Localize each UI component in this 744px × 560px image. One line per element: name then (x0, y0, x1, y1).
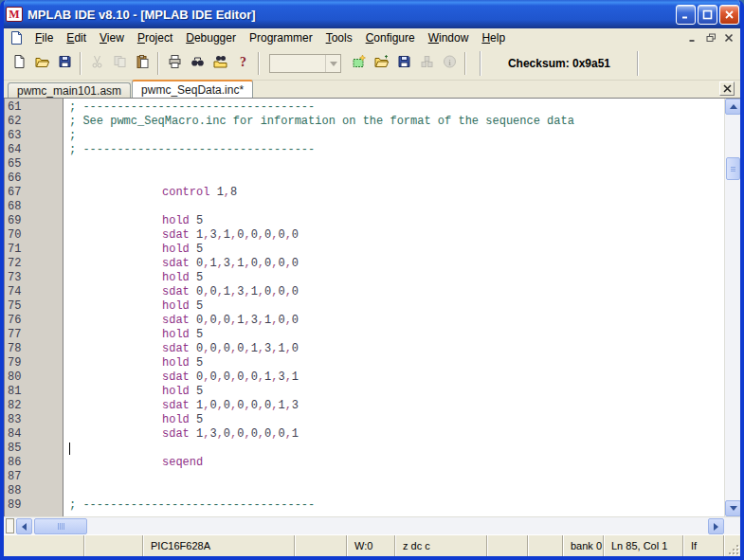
document-icon (9, 31, 23, 45)
menu-item-configure[interactable]: Configure (359, 29, 422, 47)
line-number: 73 (5, 271, 64, 285)
editor-line[interactable]: 62; See pwmc_SeqMacro.inc for informatio… (5, 115, 740, 129)
tab-close-button[interactable] (719, 81, 735, 96)
menu-item-debugger[interactable]: Debugger (179, 29, 243, 47)
titlebar[interactable]: M MPLAB IDE v8.10 - [MPLAB IDE Editor] (0, 0, 744, 28)
editor-line[interactable]: 71hold 5 (5, 243, 740, 257)
editor-line[interactable]: 78sdat 0,0,0,0,1,3,1,0 (5, 342, 740, 356)
line-number: 70 (5, 228, 64, 243)
menu-item-tools[interactable]: Tools (319, 29, 359, 47)
scroll-left-button[interactable] (16, 518, 32, 534)
build-icon (419, 54, 435, 73)
editor-line[interactable]: 77hold 5 (5, 328, 740, 342)
line-text: hold 5 (64, 385, 203, 399)
menu-item-file[interactable]: File (28, 29, 60, 47)
editor-line[interactable]: 70sdat 1,3,1,0,0,0,0,0 (5, 228, 740, 243)
line-number: 84 (5, 427, 64, 442)
print-icon (167, 54, 183, 73)
tab-pwmc-main101-asm[interactable]: pwmc_main101.asm (8, 82, 131, 98)
combobox-arrow (325, 55, 340, 72)
mdi-minimize-button[interactable] (684, 31, 701, 45)
mdi-close-button[interactable] (720, 31, 737, 45)
line-number: 72 (5, 257, 64, 271)
line-text: hold 5 (64, 214, 203, 228)
menu-item-view[interactable]: View (93, 29, 131, 47)
line-text: control 1,8 (64, 186, 237, 200)
maximize-button[interactable] (698, 5, 717, 25)
scroll-right-button[interactable] (708, 518, 724, 534)
print-button[interactable] (163, 52, 186, 75)
editor-line[interactable]: 63; (5, 129, 740, 143)
line-text: sdat 1,0,0,0,0,0,1,3 (64, 399, 299, 413)
paste-button[interactable] (131, 52, 154, 75)
line-number: 83 (5, 413, 64, 427)
tab-pwmc-seqdata-inc[interactable]: pwmc_SeqData.inc* (132, 80, 253, 98)
status-empty-1 (84, 535, 143, 556)
chevron-right-icon (714, 523, 718, 531)
menu-item-window[interactable]: Window (422, 29, 476, 47)
vertical-scrollbar[interactable] (724, 99, 740, 516)
editor-line[interactable]: 87 (5, 470, 740, 484)
scroll-up-button[interactable] (725, 99, 740, 115)
editor-line[interactable]: 85 (5, 442, 740, 456)
editor-line[interactable]: 83hold 5 (5, 413, 740, 427)
line-text: hold 5 (64, 243, 203, 257)
window-title: MPLAB IDE v8.10 - [MPLAB IDE Editor] (27, 8, 676, 22)
editor-line[interactable]: 73hold 5 (5, 271, 740, 285)
editor-line[interactable]: 81hold 5 (5, 385, 740, 399)
find-icon (190, 54, 206, 73)
menu-item-edit[interactable]: Edit (60, 29, 93, 47)
splitter-handle[interactable] (6, 518, 14, 533)
save-workspace-button[interactable] (392, 52, 415, 75)
cut-icon (89, 54, 105, 73)
toolbar-separator (157, 52, 159, 75)
editor-line[interactable]: 88 (5, 484, 740, 498)
resize-grip[interactable] (727, 543, 739, 555)
mdi-restore-button[interactable] (702, 31, 719, 45)
horizontal-scroll-thumb[interactable] (34, 518, 87, 534)
mdi-minimize-icon (688, 33, 698, 43)
help-button[interactable]: ? (231, 52, 254, 75)
open-project-button[interactable] (370, 52, 392, 75)
vertical-scroll-thumb[interactable] (726, 157, 740, 180)
editor-line[interactable]: 67control 1,8 (5, 186, 740, 200)
new-project-button[interactable] (347, 52, 370, 75)
save-file-button[interactable] (53, 52, 76, 75)
line-number: 78 (5, 342, 64, 356)
scroll-down-button[interactable] (725, 500, 740, 516)
editor-line[interactable]: 75hold 5 (5, 299, 740, 314)
line-number: 80 (5, 370, 64, 385)
menu-item-project[interactable]: Project (131, 29, 179, 47)
editor-line[interactable]: 61; ---------------------------------- (5, 100, 740, 115)
editor-line[interactable]: 64; ---------------------------------- (5, 143, 740, 157)
line-number: 63 (5, 129, 64, 143)
find-in-files-button[interactable] (209, 52, 231, 75)
menu-item-programmer[interactable]: Programmer (243, 29, 319, 47)
close-button[interactable] (719, 5, 739, 25)
horizontal-scrollbar[interactable] (4, 516, 740, 534)
editor-line[interactable]: 72sdat 0,1,3,1,0,0,0,0 (5, 257, 740, 271)
editor-line[interactable]: 89; ---------------------------------- (5, 498, 740, 513)
editor-line[interactable]: 65 (5, 157, 740, 172)
menu-item-help[interactable]: Help (475, 29, 512, 47)
status-debug-tool (4, 535, 84, 556)
editor-line[interactable]: 86seqend (5, 456, 740, 470)
status-empty-3 (487, 535, 528, 556)
editor-line[interactable]: 69hold 5 (5, 214, 740, 228)
editor-line[interactable]: 80sdat 0,0,0,0,0,1,3,1 (5, 370, 740, 385)
editor-line[interactable]: 68 (5, 200, 740, 214)
editor-line[interactable]: 82sdat 1,0,0,0,0,0,1,3 (5, 399, 740, 413)
menu-items: FileEditViewProjectDebuggerProgrammerToo… (28, 31, 512, 45)
minimize-button[interactable] (676, 5, 696, 25)
open-file-button[interactable] (30, 52, 53, 75)
editor-line[interactable]: 76sdat 0,0,0,1,3,1,0,0 (5, 314, 740, 328)
editor-line[interactable]: 74sdat 0,0,1,3,1,0,0,0 (5, 285, 740, 299)
line-text (64, 172, 69, 186)
new-file-button[interactable] (8, 52, 30, 75)
line-number: 71 (5, 243, 64, 257)
code-editor[interactable]: 61; ----------------------------------62… (4, 99, 740, 516)
find-button[interactable] (186, 52, 209, 75)
editor-line[interactable]: 79hold 5 (5, 356, 740, 370)
editor-line[interactable]: 84sdat 1,3,0,0,0,0,0,1 (5, 427, 740, 442)
editor-line[interactable]: 66 (5, 172, 740, 186)
